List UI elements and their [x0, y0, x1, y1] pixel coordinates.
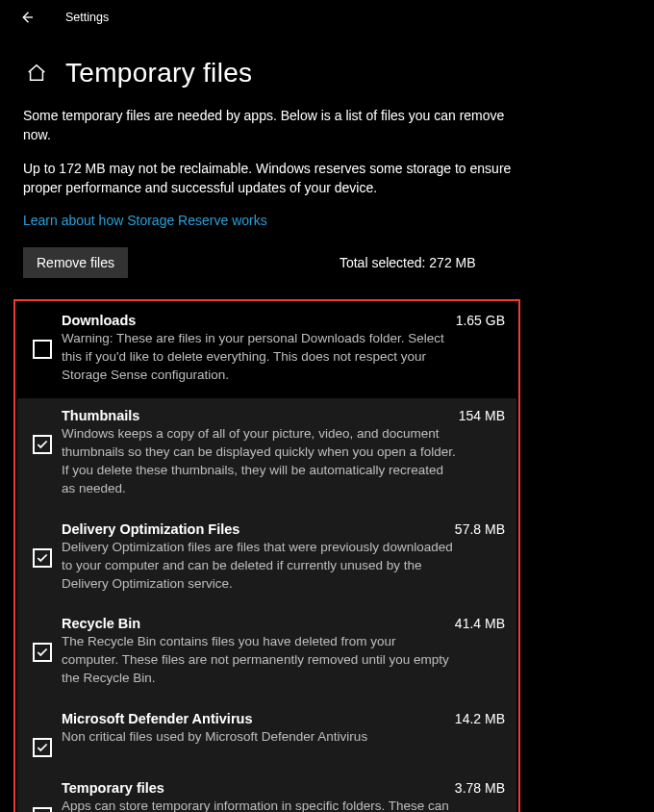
category-text: Recycle Bin41.4 MBThe Recycle Bin contai…: [56, 616, 505, 688]
category-text: Thumbnails154 MBWindows keeps a copy of …: [56, 408, 505, 498]
category-description: Warning: These are files in your persona…: [62, 330, 456, 385]
category-checkbox[interactable]: [33, 548, 52, 568]
category-header: Delivery Optimization Files57.8 MB: [62, 521, 505, 537]
category-header: Temporary files3.78 MB: [62, 780, 505, 796]
arrow-left-icon: [18, 9, 36, 26]
category-checkbox[interactable]: [33, 435, 52, 454]
category-header: Thumbnails154 MB: [62, 408, 505, 423]
category-description: The Recycle Bin contains files you have …: [62, 633, 456, 688]
total-selected-label: Total selected: 272 MB: [340, 255, 476, 270]
storage-reserve-link[interactable]: Learn about how Storage Reserve works: [23, 213, 267, 228]
category-size: 57.8 MB: [455, 521, 505, 537]
category-text: Downloads1.65 GBWarning: These are files…: [56, 313, 505, 385]
category-title: Thumbnails: [62, 408, 139, 423]
file-category-item: Recycle Bin41.4 MBThe Recycle Bin contai…: [17, 606, 516, 701]
category-description: Non critical files used by Microsoft Def…: [62, 728, 456, 747]
category-description: Delivery Optimization files are files th…: [62, 539, 456, 594]
category-checkbox[interactable]: [33, 738, 52, 757]
category-description: Windows keeps a copy of all of your pict…: [62, 425, 456, 498]
intro-line-1: Some temporary files are needed by apps.…: [23, 106, 516, 145]
back-button[interactable]: [13, 4, 40, 31]
remove-files-button[interactable]: Remove files: [23, 247, 128, 278]
page-header: Temporary files: [0, 35, 654, 96]
file-categories-highlight: Downloads1.65 GBWarning: These are files…: [13, 299, 520, 812]
category-size: 41.4 MB: [455, 616, 505, 631]
category-checkbox[interactable]: [33, 807, 52, 812]
category-text: Delivery Optimization Files57.8 MBDelive…: [56, 521, 505, 594]
title-bar: Settings: [0, 0, 654, 35]
category-header: Microsoft Defender Antivirus14.2 MB: [62, 711, 505, 726]
file-category-item: Microsoft Defender Antivirus14.2 MBNon c…: [17, 701, 516, 771]
checkbox-column: [29, 313, 56, 385]
home-icon: [26, 63, 47, 84]
checkbox-column: [29, 616, 56, 688]
category-title: Temporary files: [62, 780, 164, 796]
category-title: Recycle Bin: [62, 616, 140, 631]
action-row: Remove files Total selected: 272 MB: [23, 247, 516, 278]
home-button[interactable]: [23, 60, 50, 87]
file-category-item: Delivery Optimization Files57.8 MBDelive…: [17, 512, 516, 607]
window-title: Settings: [65, 11, 109, 24]
checkbox-column: [29, 711, 56, 757]
category-title: Delivery Optimization Files: [62, 521, 239, 537]
category-size: 1.65 GB: [456, 313, 505, 328]
checkbox-column: [29, 780, 56, 812]
file-category-item: Downloads1.65 GBWarning: These are files…: [17, 303, 516, 398]
category-title: Downloads: [62, 313, 136, 328]
category-size: 14.2 MB: [455, 711, 505, 726]
intro-line-2: Up to 172 MB may not be reclaimable. Win…: [23, 159, 516, 198]
category-text: Temporary files3.78 MBApps can store tem…: [56, 780, 505, 812]
category-text: Microsoft Defender Antivirus14.2 MBNon c…: [56, 711, 505, 757]
checkbox-column: [29, 521, 56, 594]
page-title: Temporary files: [65, 58, 252, 89]
category-header: Downloads1.65 GB: [62, 313, 505, 328]
file-categories-list: Downloads1.65 GBWarning: These are files…: [17, 303, 516, 812]
category-description: Apps can store temporary information in …: [62, 798, 456, 812]
file-category-item: Temporary files3.78 MBApps can store tem…: [17, 771, 516, 812]
intro-text: Some temporary files are needed by apps.…: [23, 106, 516, 230]
category-title: Microsoft Defender Antivirus: [62, 711, 252, 726]
category-checkbox[interactable]: [33, 643, 52, 662]
category-header: Recycle Bin41.4 MB: [62, 616, 505, 631]
category-size: 154 MB: [459, 408, 505, 423]
category-checkbox[interactable]: [33, 340, 52, 359]
checkbox-column: [29, 408, 56, 498]
content-area: Some temporary files are needed by apps.…: [0, 96, 539, 812]
category-size: 3.78 MB: [455, 780, 505, 796]
file-category-item: Thumbnails154 MBWindows keeps a copy of …: [17, 398, 516, 512]
